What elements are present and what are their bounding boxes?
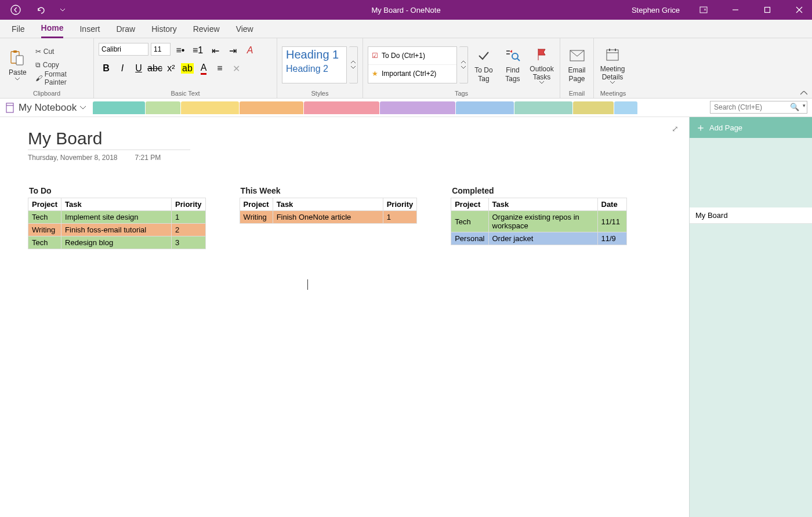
outlook-tasks-button[interactable]: Outlook Tasks xyxy=(528,43,555,87)
table-row[interactable]: WritingFinish foss-email tutorial2 xyxy=(28,224,206,236)
numbering-button[interactable]: ≡1 xyxy=(190,43,205,57)
table-header[interactable]: Project xyxy=(451,198,488,211)
table-header[interactable]: Task xyxy=(61,198,172,211)
ribbon-tab-history[interactable]: History xyxy=(151,20,177,38)
font-color-button[interactable]: A xyxy=(196,61,211,75)
ribbon-tab-home[interactable]: Home xyxy=(41,20,64,38)
underline-button[interactable]: U xyxy=(131,61,146,75)
table-cell[interactable]: Order jacket xyxy=(488,232,597,245)
table-cell[interactable]: 11/11 xyxy=(597,211,626,232)
ribbon-tab-draw[interactable]: Draw xyxy=(116,20,135,38)
section-tab[interactable] xyxy=(614,101,637,114)
notebook-dropdown[interactable]: My Notebook xyxy=(0,102,92,114)
table-header[interactable]: Task xyxy=(273,198,383,211)
table-cell[interactable]: Finish OneNote article xyxy=(273,211,383,224)
task-table[interactable]: ProjectTaskPriorityWritingFinish OneNote… xyxy=(240,198,418,224)
section-tab[interactable] xyxy=(146,101,180,114)
table-cell[interactable]: Tech xyxy=(28,236,61,249)
table-cell[interactable]: Tech xyxy=(451,211,488,232)
strikethrough-button[interactable]: abc xyxy=(147,61,162,75)
style-heading1[interactable]: Heading 1 xyxy=(282,47,346,63)
table-header[interactable]: Project xyxy=(28,198,61,211)
tag-important[interactable]: ★Important (Ctrl+2) xyxy=(368,64,456,83)
ribbon-tab-view[interactable]: View xyxy=(236,20,253,38)
italic-button[interactable]: I xyxy=(115,61,130,75)
table-cell[interactable]: Organize existing repos in workspace xyxy=(488,211,597,232)
styles-gallery[interactable]: Heading 1 Heading 2 xyxy=(282,46,347,83)
section-tab[interactable] xyxy=(93,101,145,114)
page-title[interactable]: My Board xyxy=(28,129,190,150)
back-button[interactable] xyxy=(8,2,23,17)
table-row[interactable]: TechImplement site design1 xyxy=(28,211,206,224)
table-cell[interactable]: Personal xyxy=(451,232,488,245)
table-cell[interactable]: 1 xyxy=(172,211,206,224)
table-header[interactable]: Date xyxy=(597,198,626,211)
table-row[interactable]: TechOrganize existing repos in workspace… xyxy=(451,211,626,232)
task-table[interactable]: ProjectTaskPriorityTechImplement site de… xyxy=(28,198,206,249)
table-cell[interactable]: Writing xyxy=(240,211,273,224)
ribbon-display-options[interactable] xyxy=(690,0,716,20)
table-header[interactable]: Priority xyxy=(383,198,417,211)
table-row[interactable]: TechRedesign blog3 xyxy=(28,236,206,249)
table-cell[interactable]: Writing xyxy=(28,224,61,236)
table-cell[interactable]: Redesign blog xyxy=(61,236,172,249)
section-tab[interactable] xyxy=(514,101,572,114)
email-page-button[interactable]: Email Page xyxy=(565,43,589,87)
table-cell[interactable]: 11/9 xyxy=(597,232,626,245)
superscript-button[interactable]: x² xyxy=(164,61,179,75)
close-button[interactable] xyxy=(786,0,812,20)
section-tab[interactable] xyxy=(573,101,614,114)
tag-todo[interactable]: ☑To Do (Ctrl+1) xyxy=(368,47,456,65)
undo-button[interactable] xyxy=(34,2,49,17)
table-cell[interactable]: Implement site design xyxy=(61,211,172,224)
table-header[interactable]: Priority xyxy=(172,198,206,211)
style-heading2[interactable]: Heading 2 xyxy=(282,63,346,75)
font-size-input[interactable] xyxy=(151,43,171,56)
qat-customize-dropdown[interactable] xyxy=(59,2,66,17)
section-tab[interactable] xyxy=(304,101,379,114)
bold-button[interactable]: B xyxy=(99,61,114,75)
paste-button[interactable]: Paste xyxy=(5,43,31,87)
font-name-input[interactable] xyxy=(99,43,148,56)
user-name[interactable]: Stephen Grice xyxy=(632,6,680,14)
section-tab[interactable] xyxy=(240,101,303,114)
collapse-ribbon-button[interactable] xyxy=(800,91,807,96)
table-row[interactable]: PersonalOrder jacket11/9 xyxy=(451,232,626,245)
delete-button[interactable]: ✕ xyxy=(229,61,244,75)
tags-more-button[interactable] xyxy=(459,46,468,83)
table-row[interactable]: WritingFinish OneNote article1 xyxy=(240,211,417,224)
table-cell[interactable]: 3 xyxy=(172,236,206,249)
bullets-button[interactable]: ≡• xyxy=(173,43,188,57)
ribbon-tab-insert[interactable]: Insert xyxy=(79,20,100,38)
outdent-button[interactable]: ⇤ xyxy=(208,43,223,57)
ribbon-tab-file[interactable]: File xyxy=(12,20,25,38)
section-tab[interactable] xyxy=(456,101,514,114)
search-icon[interactable]: 🔍 xyxy=(790,103,799,111)
table-cell[interactable]: Tech xyxy=(28,211,61,224)
search-scope-dropdown[interactable]: ▾ xyxy=(803,103,806,108)
cut-button[interactable]: ✂Cut xyxy=(33,45,89,58)
table-cell[interactable]: Finish foss-email tutorial xyxy=(61,224,172,236)
task-table[interactable]: ProjectTaskDateTechOrganize existing rep… xyxy=(451,198,626,245)
tags-gallery[interactable]: ☑To Do (Ctrl+1) ★Important (Ctrl+2) xyxy=(368,46,457,83)
clear-formatting-button[interactable]: A xyxy=(242,43,258,57)
ribbon-tab-review[interactable]: Review xyxy=(193,20,220,38)
table-header[interactable]: Project xyxy=(240,198,273,211)
table-cell[interactable]: 2 xyxy=(172,224,206,236)
indent-button[interactable]: ⇥ xyxy=(225,43,240,57)
page-list-item[interactable]: My Board xyxy=(690,207,812,224)
copy-button[interactable]: ⧉Copy xyxy=(33,59,89,71)
section-tab[interactable] xyxy=(181,101,239,114)
minimize-button[interactable] xyxy=(722,0,748,20)
expand-page-icon[interactable]: ⤢ xyxy=(672,124,679,133)
highlight-button[interactable]: ab xyxy=(180,61,195,75)
find-tags-button[interactable]: Find Tags xyxy=(499,43,526,87)
meeting-details-button[interactable]: Meeting Details xyxy=(599,43,626,87)
add-page-button[interactable]: ＋ Add Page xyxy=(690,117,812,138)
page-canvas[interactable]: ⤢ My Board Thursday, November 8, 2018 7:… xyxy=(0,117,689,517)
todo-tag-button[interactable]: To Do Tag xyxy=(470,43,497,87)
table-header[interactable]: Task xyxy=(488,198,597,211)
align-button[interactable]: ≡ xyxy=(212,61,227,75)
styles-more-button[interactable] xyxy=(349,46,358,83)
format-painter-button[interactable]: 🖌Format Painter xyxy=(33,72,89,85)
